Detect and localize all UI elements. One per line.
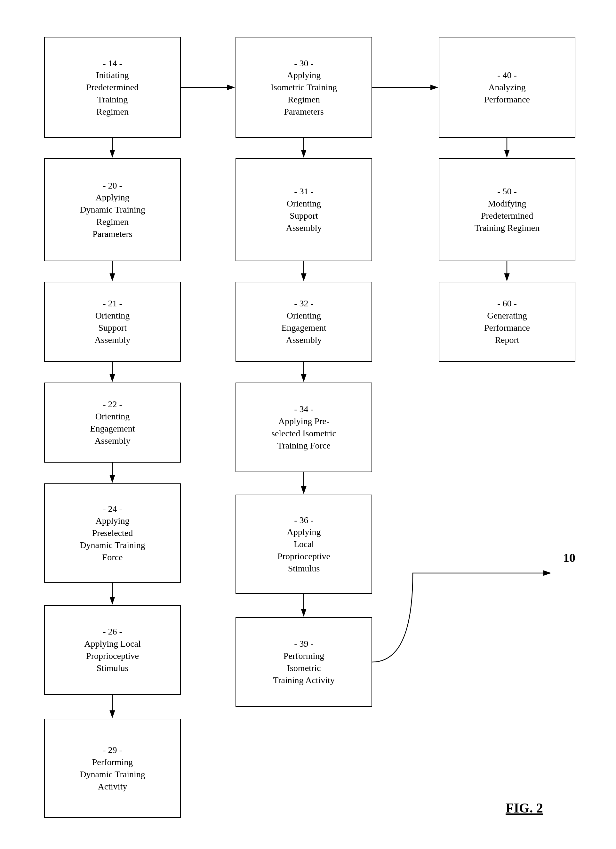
box-34: - 34 - Applying Pre- selected Isometric … <box>235 383 372 472</box>
diagram-container: - 14 - Initiating Predetermined Training… <box>13 13 603 836</box>
box-39: - 39 - Performing Isometric Training Act… <box>235 617 372 707</box>
reference-10: 10 <box>563 551 575 565</box>
box-36: - 36 - Applying Local Proprioceptive Sti… <box>235 495 372 594</box>
box-26: - 26 - Applying Local Proprioceptive Sti… <box>44 605 181 695</box>
box-40: - 40 - Analyzing Performance <box>439 37 575 138</box>
box-14: - 14 - Initiating Predetermined Training… <box>44 37 181 138</box>
box-50: - 50 - Modifying Predetermined Training … <box>439 158 575 261</box>
box-60: - 60 - Generating Performance Report <box>439 282 575 362</box>
box-21: - 21 - Orienting Support Assembly <box>44 282 181 362</box>
box-30: - 30 - Applying Isometric Training Regim… <box>235 37 372 138</box>
box-20: - 20 - Applying Dynamic Training Regimen… <box>44 158 181 261</box>
box-31: - 31 - Orienting Support Assembly <box>235 158 372 261</box>
box-32: - 32 - Orienting Engagement Assembly <box>235 282 372 362</box>
box-24: - 24 - Applying Preselected Dynamic Trai… <box>44 483 181 582</box>
box-29: - 29 - Performing Dynamic Training Activ… <box>44 719 181 818</box>
figure-label: FIG. 2 <box>506 800 543 816</box>
box-22: - 22 - Orienting Engagement Assembly <box>44 383 181 463</box>
